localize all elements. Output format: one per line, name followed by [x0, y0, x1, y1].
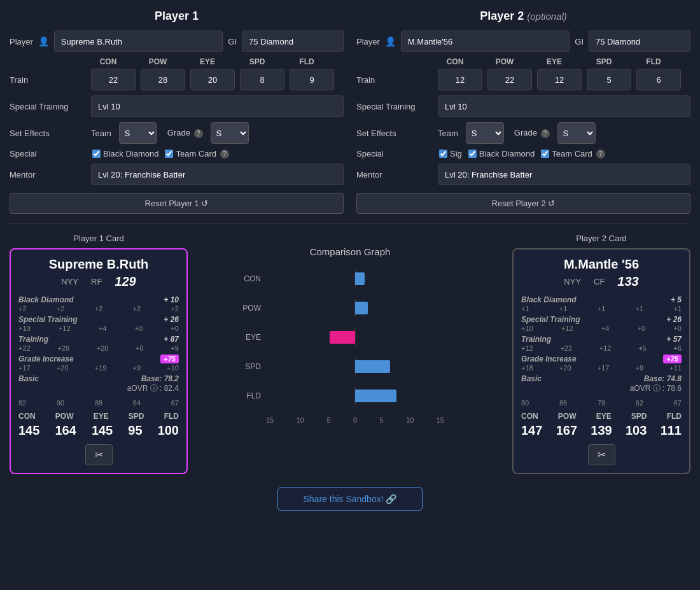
player2-team-select[interactable]: S: [466, 122, 504, 144]
graph-bars-pow: [266, 299, 444, 317]
player2-card: M.Mantle '56 NYY CF 133 Black Diamond + …: [512, 248, 690, 474]
card2-label: Player 2 Card: [512, 234, 690, 243]
player2-train-con[interactable]: [438, 69, 482, 90]
card2-team: NYY: [564, 277, 581, 286]
player2-black-diamond-check[interactable]: Black Diamond: [468, 149, 535, 158]
graph-label-eye: EYE: [235, 333, 261, 342]
player1-team-select[interactable]: S: [119, 122, 157, 144]
card2-gi-badge: +75: [663, 355, 682, 363]
player1-grade-label: Grade ?: [167, 128, 203, 138]
player2-train-eye[interactable]: [537, 69, 582, 90]
card2-gi-label: Grade Increase: [521, 355, 577, 363]
p2-col-con: CON: [433, 57, 477, 66]
p1-col-pow: POW: [136, 57, 180, 66]
player1-mentor-row: Mentor: [10, 164, 344, 185]
card1-scissors-button[interactable]: ✂: [85, 444, 113, 465]
player1-train-spd[interactable]: [240, 69, 284, 90]
player1-team-label: Team: [91, 129, 111, 138]
player1-black-diamond-check[interactable]: Black Diamond: [92, 149, 158, 158]
card2-tr-sub: +12 +22 +12 +5 +6: [521, 344, 682, 352]
player2-player-label: Player: [356, 37, 380, 46]
p1-col-con: CON: [86, 57, 130, 66]
bar-spd-right: [355, 360, 390, 373]
player1-black-diamond-checkbox[interactable]: [92, 150, 101, 158]
player2-set-effects-label: Set Effects: [356, 129, 433, 138]
card2-bd-label: Black Diamond: [521, 295, 577, 304]
player1-train-row: Train: [10, 69, 344, 90]
player1-train-pow[interactable]: [141, 69, 185, 90]
graph-bars-con: [266, 270, 444, 288]
card1-st-sub: +10 +12 +4 +0 +0: [18, 325, 179, 332]
p1-col-eye: EYE: [185, 57, 230, 66]
graph-label-pow: POW: [235, 304, 261, 313]
player2-grade-info-icon: ?: [541, 129, 550, 138]
card2-st-val: + 26: [666, 315, 682, 324]
card2-scissors-button[interactable]: ✂: [588, 444, 615, 465]
player2-grade-select[interactable]: S: [557, 122, 596, 144]
card2-stats-labels: CON POW EYE SPD FLD: [521, 412, 682, 421]
card2-base-val: Base: 74.8: [644, 374, 682, 383]
player2-icon: 👤: [385, 36, 396, 46]
player2-section: Player 2 (optional) Player 👤 GI CON POW …: [356, 10, 690, 214]
player1-train-eye[interactable]: [190, 69, 235, 90]
card1-black-diamond-block: Black Diamond + 10 +2 +2 +2 +2 +2: [18, 295, 179, 313]
player1-team-card-check[interactable]: Team Card ?: [165, 149, 229, 158]
player1-special-training-input[interactable]: [91, 95, 344, 117]
player2-train-spd[interactable]: [587, 69, 631, 90]
player1-mentor-input[interactable]: [91, 164, 344, 185]
player2-mentor-input[interactable]: [438, 164, 690, 185]
graph-title: Comparison Graph: [310, 246, 391, 257]
card2-scissors-section: ✂: [521, 444, 682, 465]
graph-row-eye: EYE: [235, 328, 465, 346]
card1-base-val: Base: 78.2: [141, 374, 179, 383]
graph-row-pow: POW: [235, 299, 465, 317]
card2-black-diamond-block: Black Diamond + 5 +1 +1 +1 +1 +1: [521, 295, 682, 313]
share-button[interactable]: Share this Sandbox! 🔗: [277, 487, 423, 511]
player2-optional: (optional): [527, 11, 567, 22]
player1-gi-input[interactable]: [242, 31, 344, 52]
bar-eye-left: [330, 331, 355, 344]
player1-top-row: Player 👤 GI: [10, 31, 344, 52]
player2-sig-checkbox[interactable]: [439, 150, 447, 158]
graph-row-con: CON: [235, 270, 465, 288]
player1-special-training-label: Special Training: [10, 102, 86, 111]
player1-grade-select[interactable]: S: [211, 122, 249, 144]
card1-special-training-block: Special Training + 26 +10 +12 +4 +0 +0: [18, 315, 179, 332]
graph-axis: 15 10 5 0 5 10 15: [266, 416, 444, 424]
p2-col-eye: EYE: [532, 57, 577, 66]
player1-name-input[interactable]: [54, 31, 223, 52]
player2-team-card-check[interactable]: Team Card ?: [541, 149, 605, 158]
player1-reset-button[interactable]: Reset Player 1 ↺: [10, 193, 344, 214]
card2-tr-label: Training: [521, 335, 551, 344]
card1-training-block: Training + 87 +22 +28 +20 +8 +9: [18, 335, 179, 352]
bar-pow-right: [355, 302, 368, 314]
player1-grade-info-icon: ?: [194, 129, 203, 138]
card1-container: Player 1 Card Supreme B.Ruth NYY RF 129 …: [10, 234, 188, 474]
card1-label: Player 1 Card: [10, 234, 188, 243]
card2-bd-val: + 5: [671, 295, 682, 304]
card1-stats-labels: CON POW EYE SPD FLD: [18, 412, 179, 421]
card1-basic-block: Basic Base: 78.2 aOVR ⓘ : 82.4: [18, 374, 179, 394]
player2-team-card-checkbox[interactable]: [541, 150, 549, 158]
player2-gi-label: GI: [575, 37, 584, 46]
player2-reset-button[interactable]: Reset Player 2 ↺: [356, 193, 690, 214]
player1-team-card-checkbox[interactable]: [165, 150, 173, 158]
player2-black-diamond-checkbox[interactable]: [468, 150, 477, 158]
player1-set-effects-row: Set Effects Team S Grade ? S: [10, 122, 344, 144]
card1-bd-val: + 10: [164, 295, 179, 304]
card1-position: RF: [91, 277, 102, 286]
player2-name-input[interactable]: [401, 31, 570, 52]
share-section: Share this Sandbox! 🔗: [10, 487, 690, 511]
player2-special-training-input[interactable]: [438, 95, 690, 117]
player1-train-con[interactable]: [91, 69, 136, 90]
player2-gi-input[interactable]: [589, 31, 690, 52]
player2-train-fld[interactable]: [636, 69, 681, 90]
player2-train-pow[interactable]: [487, 69, 532, 90]
player2-top-row: Player 👤 GI: [356, 31, 690, 52]
player2-sig-check[interactable]: Sig: [439, 149, 462, 158]
card2-position: CF: [594, 277, 605, 286]
player1-train-fld[interactable]: [290, 69, 334, 90]
player1-set-effects-label: Set Effects: [10, 129, 86, 138]
main-container: Player 1 Player 👤 GI CON POW EYE SPD: [0, 0, 700, 521]
graph-label-con: CON: [235, 274, 261, 283]
